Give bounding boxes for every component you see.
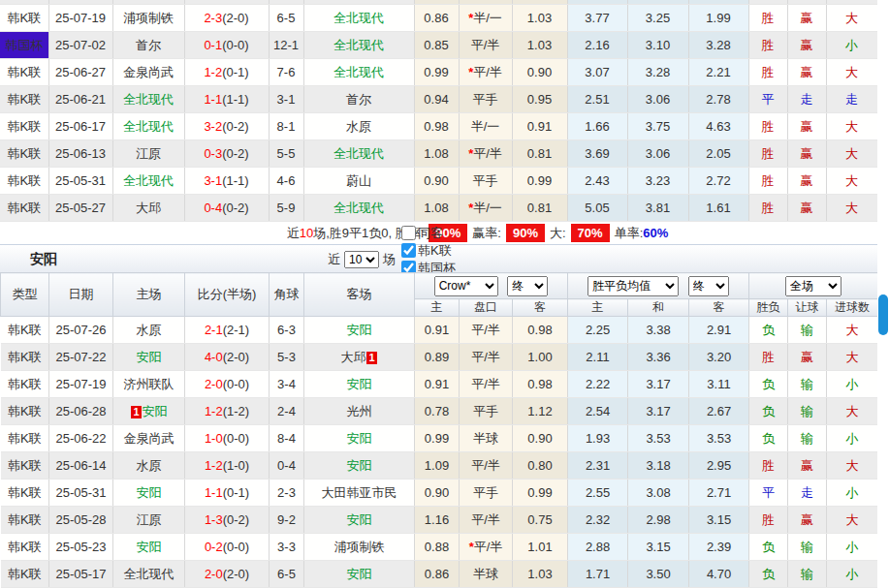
summary-text: 10 (300, 226, 313, 240)
cell-avg-draw: 3.38 (628, 317, 689, 344)
cell-avg-draw: 3.81 (627, 195, 688, 222)
cell-avg-home: 1.66 (567, 113, 627, 140)
team-name: 全北现代 (333, 38, 384, 52)
match-row: 韩国杯 25-07-02 首尔 0-1(0-0) 12-1 全北现代 0.85 … (0, 32, 877, 59)
cell-handicap: *平/半 (459, 140, 512, 168)
match-count-select[interactable]: 10 (344, 251, 379, 268)
cell-corners: 6-5 (269, 5, 303, 32)
col-home: 主场 (113, 273, 185, 317)
cell-home-odds: 0.99 (414, 59, 459, 86)
summary-text: 60% (643, 226, 668, 240)
match-row: 韩K联 25-06-28 1安阳 1-2(1-2) 2-4 光州 0.78 平手… (1, 398, 878, 425)
cell-date: 25-05-28 (49, 507, 113, 534)
cell-result-wdl: 负 (749, 561, 788, 588)
cell-avg-draw: 3.36 (628, 344, 689, 371)
cell-corners: 3-1 (269, 86, 303, 113)
cell-corners: 4-6 (269, 168, 303, 195)
cell-avg-draw: 3.08 (628, 480, 689, 507)
cell-handicap: 平/半 (460, 344, 513, 371)
summary-text: 近 (287, 226, 300, 240)
cell-corners: 7-6 (269, 59, 303, 86)
cell-result-wdl: 胜 (748, 140, 787, 168)
col-type: 类型 (1, 273, 49, 317)
cell-result-goals: 小 (827, 534, 878, 561)
cell-handicap: 平/半 (460, 317, 513, 344)
cell-date: 25-05-23 (49, 534, 113, 561)
average-final-select[interactable]: 终 (688, 276, 729, 296)
cell-avg-away: 2.78 (688, 86, 748, 113)
near-label: 近 (328, 251, 340, 268)
team-name: 全北现代 (123, 173, 174, 188)
cell-result-handicap: 输 (788, 317, 827, 344)
team-name: 金泉尚武 (123, 65, 174, 79)
subcol-avg-away: 客 (689, 299, 749, 317)
cell-result-wdl: 胜 (749, 452, 788, 480)
cell-avg-home: 2.51 (567, 86, 627, 113)
cell-score: 0-1(0-0) (184, 32, 269, 59)
cell-date: 25-06-14 (49, 452, 113, 480)
cell-away-team: 大田韩亚市民 (304, 480, 415, 507)
scrollbar-thumb[interactable] (878, 294, 888, 335)
filter-checkbox[interactable] (401, 243, 416, 258)
team-name: 首尔 (136, 38, 161, 52)
cell-league: 韩K联 (0, 59, 48, 86)
cell-date: 25-07-19 (49, 371, 113, 398)
filter-item: 韩K联 (401, 242, 459, 260)
cell-result-wdl: 负 (749, 425, 788, 452)
bookmaker-select[interactable]: Crow* (434, 276, 498, 296)
team-name: 全北现代 (333, 65, 384, 79)
cell-handicap: *半/一 (459, 5, 512, 32)
cell-league: 韩K联 (1, 317, 49, 344)
cell-avg-home: 2.55 (568, 480, 628, 507)
cell-score: 2-0(2-0) (185, 561, 270, 588)
cell-handicap: 平/半 (460, 452, 513, 480)
cell-avg-draw: 3.17 (628, 371, 689, 398)
cell-score: 3-2(0-2) (184, 113, 269, 140)
match-row: 韩K联 25-06-13 江原 0-3(0-2) 5-5 全北现代 1.08 *… (0, 140, 877, 168)
cell-score: 1-1(1-1) (184, 86, 269, 113)
cell-home-team: 大邱 (112, 195, 184, 222)
team-name: 安阳 (347, 323, 372, 337)
cell-avg-away: 3.53 (689, 425, 749, 452)
cell-result-handicap: 输 (788, 398, 827, 425)
cell-away-odds: 1.12 (513, 398, 568, 425)
scope-select[interactable]: 全场 (785, 276, 841, 296)
cell-home-odds: 0.86 (414, 5, 459, 32)
cell-avg-draw: 3.75 (627, 113, 688, 140)
cell-avg-draw: 3.50 (628, 561, 689, 588)
cell-avg-away: 2.21 (688, 59, 748, 86)
cell-away-odds: 0.98 (513, 371, 568, 398)
subcol-handicap-result: 让球 (788, 299, 827, 317)
cell-avg-home: 2.32 (568, 507, 628, 534)
cell-league: 韩K联 (0, 5, 48, 32)
cell-result-wdl: 胜 (748, 113, 787, 140)
cell-away-odds: 0.75 (513, 507, 568, 534)
match-row: 韩K联 25-05-17 全北现代 2-0(2-0) 6-5 安阳 0.86 半… (1, 561, 878, 588)
cell-away-team: 水原 (303, 113, 414, 140)
cell-away-odds: 1.03 (512, 32, 567, 59)
cell-result-goals: 大 (826, 5, 877, 32)
cell-away-team: 安阳 (304, 561, 415, 588)
col-date: 日期 (49, 273, 113, 317)
cell-avg-home: 5.05 (567, 195, 627, 222)
team-name: 全北现代 (333, 11, 384, 25)
filter-checkbox[interactable] (401, 226, 416, 240)
cell-avg-draw: 3.18 (628, 452, 689, 480)
average-odds-select[interactable]: 胜平负均值 (587, 276, 679, 296)
cell-home-team: 1安阳 (113, 398, 185, 425)
cell-date: 25-06-17 (48, 113, 112, 140)
bookmaker-final-select[interactable]: 终 (507, 276, 548, 296)
filter-label: 韩K联 (418, 242, 452, 260)
cell-result-goals: 大 (826, 195, 877, 222)
cell-result-handicap: 赢 (787, 113, 826, 140)
cell-avg-draw: 3.06 (627, 86, 688, 113)
cell-home-odds: 0.86 (415, 561, 460, 588)
cell-avg-away: 2.71 (689, 480, 749, 507)
cell-away-odds: 1.00 (513, 344, 568, 371)
cell-date: 25-07-19 (48, 5, 112, 32)
cell-home-odds: 0.91 (415, 317, 460, 344)
cell-away-team: 全北现代 (303, 32, 414, 59)
filter-label: 同客 (418, 225, 443, 242)
cell-result-wdl: 负 (749, 534, 788, 561)
cell-score: 2-3(2-0) (184, 5, 269, 32)
